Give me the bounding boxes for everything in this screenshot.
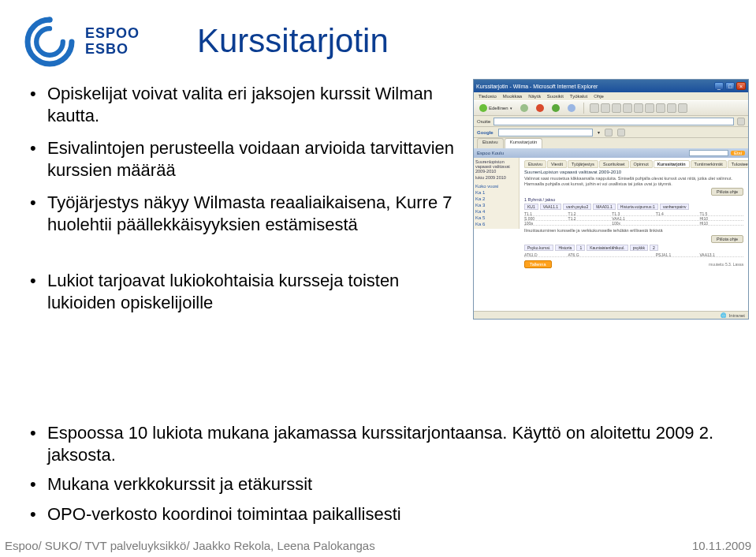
close-icon[interactable]: × bbox=[736, 82, 746, 90]
course-tag[interactable]: Psyko.kurssi. bbox=[524, 245, 553, 251]
header-bar: Espoo Koulu Etsi bbox=[474, 148, 748, 158]
sidebar-subheader: lukio 2009 2010 bbox=[475, 175, 517, 180]
course-tag[interactable]: KU1 bbox=[524, 204, 538, 210]
statusbar: 🌐 Intranet bbox=[474, 311, 748, 319]
grid-row: AT61.DAT6.GPSJA1.1VAA13.1 bbox=[524, 252, 743, 257]
bullet-item: Mukana verkkokurssit ja etäkurssit bbox=[30, 473, 724, 495]
maximize-icon[interactable]: □ bbox=[725, 82, 735, 90]
back-button[interactable]: Edellinen▾ bbox=[477, 103, 515, 114]
hide-help-button[interactable]: Piilota ohje bbox=[711, 235, 743, 243]
course-tag[interactable]: vanh.psyko2 bbox=[563, 204, 591, 210]
menu-item[interactable]: Näytä bbox=[528, 94, 541, 99]
course-tag[interactable]: vanhempainv bbox=[660, 204, 690, 210]
logo: ESPOO ESBO bbox=[22, 14, 140, 69]
tool-icon[interactable] bbox=[678, 103, 687, 113]
forward-button[interactable] bbox=[518, 103, 531, 114]
google-label: Google bbox=[477, 130, 493, 135]
address-bar: Osoite bbox=[474, 116, 748, 127]
subtab[interactable]: Tulosteet bbox=[728, 160, 748, 168]
google-search-input[interactable] bbox=[498, 129, 593, 136]
mail-icon[interactable] bbox=[623, 103, 632, 113]
subtab[interactable]: Suoritukset bbox=[599, 160, 629, 168]
subtab[interactable]: Viestit bbox=[547, 160, 567, 168]
menubar[interactable]: Tiedosto Muokkaa Näytä Suosikit Työkalut… bbox=[474, 92, 748, 100]
course-tag[interactable]: psykkk bbox=[630, 245, 648, 251]
subtab[interactable]: Opinnot bbox=[630, 160, 653, 168]
statusbar-text: Intranet bbox=[729, 313, 745, 318]
tool-icon[interactable] bbox=[656, 103, 665, 113]
toolbar-icon[interactable] bbox=[617, 129, 625, 136]
sidebar: Suurenlopiston vapaasti valittavat 2009-… bbox=[474, 158, 520, 229]
go-icon[interactable] bbox=[737, 118, 745, 125]
favorites-icon[interactable] bbox=[601, 103, 610, 113]
main-content: Opiskelijat voivat valita eri jaksojen k… bbox=[30, 83, 471, 324]
tab-kurssitarjotin[interactable]: Kurssitarjotin bbox=[505, 138, 543, 148]
refresh-button[interactable] bbox=[549, 103, 562, 114]
footer-date: 10.11.2009 bbox=[692, 539, 751, 552]
page-tabs: Etusivu Kurssitarjotin bbox=[474, 138, 748, 148]
subtab[interactable]: Etusivu bbox=[524, 160, 546, 168]
toolbar: Edellinen▾ bbox=[474, 100, 748, 116]
modified-text: muutettu 5.3. Lassa bbox=[709, 262, 743, 267]
slide-title: Kurssitarjotin bbox=[197, 22, 389, 60]
bullet-item: Esivalintojen perusteella voidaan arvioi… bbox=[30, 137, 471, 181]
bullet-list-top: Opiskelijat voivat valita eri jaksojen k… bbox=[30, 83, 471, 235]
footer-left: Espoo/ SUKO/ TVT palveluyksikkö/ Jaakko … bbox=[5, 539, 375, 552]
footer: Espoo/ SUKO/ TVT palveluyksikkö/ Jaakko … bbox=[5, 539, 751, 552]
bullet-list-bottom: Espoossa 10 lukiota mukana jakamassa kur… bbox=[30, 422, 724, 533]
sidebar-item[interactable]: Ka 4 bbox=[475, 208, 517, 215]
subtab[interactable]: Kurssitarjotin bbox=[654, 160, 690, 168]
bullet-item: Lukiot tarjoavat lukiokohtaisia kursseja… bbox=[30, 270, 471, 313]
bullet-list-mid: Lukiot tarjoavat lukiokohtaisia kursseja… bbox=[30, 270, 471, 313]
sidebar-item[interactable]: Ka 6 bbox=[475, 221, 517, 227]
course-tag[interactable]: MAA01.1 bbox=[593, 204, 616, 210]
sidebar-item[interactable]: Koko vuosi bbox=[475, 183, 517, 189]
help-search-input[interactable] bbox=[689, 150, 728, 156]
sidebar-item[interactable]: Ka 3 bbox=[475, 202, 517, 208]
menu-item[interactable]: Muokkaa bbox=[503, 94, 522, 99]
course-tag[interactable]: Historia bbox=[555, 245, 575, 251]
window-title: Kurssitarjotin - Wilma - Microsoft Inter… bbox=[476, 84, 598, 89]
svg-point-0 bbox=[47, 17, 53, 23]
tool-icon[interactable] bbox=[667, 103, 676, 113]
hide-help-button[interactable]: Piilota ohje bbox=[711, 188, 743, 196]
content-paragraph: Valinnat saat muutettua klikkaamalla nap… bbox=[524, 176, 743, 186]
menu-item[interactable]: Suosikit bbox=[547, 94, 564, 99]
google-toolbar: Google ▾ bbox=[474, 127, 748, 138]
subtab[interactable]: Työjärjestys bbox=[568, 160, 598, 168]
toolbar-icon[interactable] bbox=[605, 129, 613, 136]
course-tag[interactable]: Historia.voipumus:1 bbox=[617, 204, 658, 210]
bullet-item: OPO-verkosto koordinoi toimintaa paikall… bbox=[30, 503, 724, 525]
tool-icon[interactable] bbox=[645, 103, 654, 113]
main-panel: Etusivu Viestit Työjärjestys Suoritukset… bbox=[520, 158, 748, 271]
course-tag[interactable]: 1 bbox=[576, 245, 585, 251]
print-icon[interactable] bbox=[634, 103, 643, 113]
menu-item[interactable]: Tiedosto bbox=[479, 94, 497, 99]
minimize-icon[interactable]: _ bbox=[714, 82, 724, 90]
search-icon[interactable] bbox=[590, 103, 599, 113]
subtab[interactable]: Tuntimerkinnät bbox=[691, 160, 727, 168]
history-icon[interactable] bbox=[612, 103, 621, 113]
save-button[interactable]: Tallenna bbox=[524, 260, 552, 268]
bullet-item: Työjärjestys näkyy Wilmasta reaaliaikais… bbox=[30, 192, 471, 235]
menu-item[interactable]: Ohje bbox=[594, 94, 604, 99]
course-tag[interactable]: 2 bbox=[650, 245, 658, 251]
address-label: Osoite bbox=[477, 119, 490, 124]
content-paragraph: Ilmoittautuminen kursseille ja verkkokur… bbox=[524, 228, 743, 234]
sidebar-item[interactable]: Ka 1 bbox=[475, 189, 517, 196]
stop-button[interactable] bbox=[534, 103, 546, 114]
search-button[interactable]: Etsi bbox=[731, 151, 745, 155]
sidebar-header: Suurenlopiston vapaasti valittavat 2009-… bbox=[475, 159, 517, 174]
home-button[interactable] bbox=[565, 103, 578, 114]
course-tag[interactable]: Kauniaistenlähikoul. bbox=[587, 245, 628, 251]
sidebar-item[interactable]: Ka 2 bbox=[475, 196, 517, 202]
toolbar-icons bbox=[590, 103, 687, 113]
sidebar-item[interactable]: Ka 5 bbox=[475, 215, 517, 221]
tab-etusivu[interactable]: Etusivu bbox=[477, 138, 504, 148]
bullet-item: Opiskelijat voivat valita eri jaksojen k… bbox=[30, 83, 471, 126]
window-titlebar[interactable]: Kurssitarjotin - Wilma - Microsoft Inter… bbox=[474, 80, 748, 92]
course-tag[interactable]: VAA11.1 bbox=[540, 204, 561, 210]
bullet-item: Espoossa 10 lukiota mukana jakamassa kur… bbox=[30, 422, 724, 465]
menu-item[interactable]: Työkalut bbox=[570, 94, 587, 99]
address-input[interactable] bbox=[493, 118, 734, 125]
